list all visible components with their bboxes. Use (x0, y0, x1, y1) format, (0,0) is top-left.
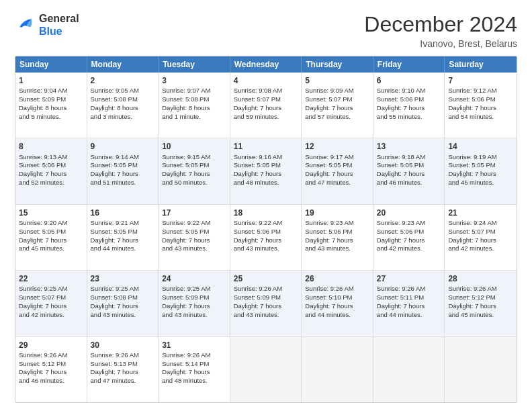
day-number: 3 (162, 75, 226, 86)
day-info-line: Daylight: 7 hours (448, 170, 513, 179)
calendar-week-3: 22Sunrise: 9:25 AMSunset: 5:07 PMDayligh… (15, 270, 517, 336)
day-info-line: Sunrise: 9:08 AM (234, 87, 298, 95)
day-info-line: and 45 minutes. (448, 179, 513, 187)
day-number: 7 (448, 75, 513, 86)
header-day-friday: Friday (373, 56, 445, 73)
calendar-day-27: 27Sunrise: 9:26 AMSunset: 5:11 PMDayligh… (373, 271, 445, 336)
day-info-line: and 1 minute. (162, 113, 226, 122)
day-info-line: Sunrise: 9:09 AM (305, 87, 369, 95)
day-info-line: Daylight: 7 hours (91, 368, 155, 377)
day-info-line: and 52 minutes. (19, 179, 83, 187)
day-info-line: Sunrise: 9:26 AM (234, 285, 298, 293)
day-number: 26 (305, 273, 369, 284)
day-info-line: Sunset: 5:05 PM (234, 161, 298, 170)
calendar-empty-cell (373, 337, 445, 402)
calendar-day-15: 15Sunrise: 9:20 AMSunset: 5:05 PMDayligh… (15, 205, 87, 270)
day-info-line: Sunset: 5:06 PM (377, 228, 441, 236)
calendar-day-29: 29Sunrise: 9:26 AMSunset: 5:12 PMDayligh… (15, 337, 87, 402)
day-info-line: Sunrise: 9:18 AM (377, 153, 441, 162)
day-info-line: Daylight: 7 hours (19, 302, 83, 311)
calendar-header: SundayMondayTuesdayWednesdayThursdayFrid… (15, 56, 517, 73)
day-info-line: Sunset: 5:06 PM (305, 228, 369, 236)
day-info-line: Daylight: 7 hours (19, 368, 83, 377)
header-day-tuesday: Tuesday (159, 56, 230, 73)
day-info-line: Sunrise: 9:10 AM (377, 87, 441, 95)
header-day-thursday: Thursday (302, 56, 373, 73)
day-info-line: Sunset: 5:05 PM (448, 161, 513, 170)
calendar-day-23: 23Sunrise: 9:25 AMSunset: 5:08 PMDayligh… (87, 271, 159, 336)
day-number: 14 (448, 141, 513, 152)
day-info-line: and 46 minutes. (19, 377, 83, 385)
day-info-line: Sunrise: 9:22 AM (234, 219, 298, 228)
calendar-empty-cell (230, 337, 302, 402)
day-number: 27 (377, 273, 441, 284)
day-number: 20 (377, 208, 441, 218)
day-info-line: Sunrise: 9:14 AM (91, 153, 155, 162)
day-info-line: Sunrise: 9:22 AM (162, 219, 226, 228)
day-info-line: Sunset: 5:05 PM (377, 161, 441, 170)
day-number: 19 (305, 208, 369, 218)
day-info-line: and 42 minutes. (377, 244, 441, 253)
day-info-line: and 43 minutes. (91, 311, 155, 320)
day-info-line: Sunset: 5:10 PM (305, 293, 369, 302)
day-info-line: Daylight: 7 hours (162, 368, 226, 377)
day-info-line: Sunrise: 9:26 AM (448, 285, 513, 293)
day-info-line: Daylight: 8 hours (162, 104, 226, 113)
day-number: 31 (162, 340, 226, 351)
day-info-line: and 46 minutes. (377, 179, 441, 187)
calendar-week-0: 1Sunrise: 9:04 AMSunset: 5:09 PMDaylight… (15, 73, 517, 138)
day-info-line: Sunset: 5:07 PM (448, 228, 513, 236)
day-info-line: Sunrise: 9:19 AM (448, 153, 513, 162)
day-number: 24 (162, 273, 226, 284)
day-info-line: Sunset: 5:05 PM (19, 228, 83, 236)
calendar-day-30: 30Sunrise: 9:26 AMSunset: 5:13 PMDayligh… (87, 337, 159, 402)
day-info-line: Daylight: 7 hours (448, 302, 513, 311)
day-info-line: Sunrise: 9:05 AM (91, 87, 155, 95)
day-info-line: Sunrise: 9:12 AM (448, 87, 513, 95)
day-info-line: Daylight: 7 hours (377, 170, 441, 179)
day-info-line: Sunset: 5:09 PM (162, 293, 226, 302)
day-info-line: and 47 minutes. (305, 179, 369, 187)
calendar-day-3: 3Sunrise: 9:07 AMSunset: 5:08 PMDaylight… (159, 73, 230, 138)
day-info-line: and 47 minutes. (91, 377, 155, 385)
day-info-line: Daylight: 7 hours (448, 104, 513, 113)
day-info-line: and 55 minutes. (377, 113, 441, 122)
calendar-body: 1Sunrise: 9:04 AMSunset: 5:09 PMDaylight… (15, 73, 517, 402)
day-info-line: and 5 minutes. (19, 113, 83, 122)
day-number: 22 (19, 273, 83, 284)
day-info-line: Daylight: 7 hours (305, 236, 369, 245)
page: General Blue December 2024 Ivanovo, Bres… (0, 0, 532, 411)
day-info-line: and 44 minutes. (91, 244, 155, 253)
day-info-line: and 43 minutes. (162, 244, 226, 253)
day-info-line: Sunrise: 9:15 AM (162, 153, 226, 162)
day-info-line: Sunrise: 9:16 AM (234, 153, 298, 162)
calendar-day-11: 11Sunrise: 9:16 AMSunset: 5:05 PMDayligh… (230, 138, 302, 203)
day-info-line: Sunrise: 9:26 AM (162, 351, 226, 360)
day-info-line: Sunset: 5:08 PM (91, 95, 155, 104)
month-title: December 2024 (364, 12, 517, 37)
day-number: 2 (91, 75, 155, 86)
day-info-line: Sunset: 5:06 PM (377, 95, 441, 104)
day-info-line: and 43 minutes. (234, 244, 298, 253)
day-info-line: Sunrise: 9:23 AM (377, 219, 441, 228)
calendar-day-24: 24Sunrise: 9:25 AMSunset: 5:09 PMDayligh… (159, 271, 230, 336)
calendar-week-2: 15Sunrise: 9:20 AMSunset: 5:05 PMDayligh… (15, 204, 517, 270)
calendar: SundayMondayTuesdayWednesdayThursdayFrid… (15, 56, 517, 403)
header-day-saturday: Saturday (445, 56, 517, 73)
logo-text: General Blue (39, 12, 79, 38)
day-info-line: Sunset: 5:08 PM (162, 95, 226, 104)
day-info-line: Sunset: 5:08 PM (91, 293, 155, 302)
day-info-line: and 51 minutes. (91, 179, 155, 187)
day-number: 5 (305, 75, 369, 86)
day-info-line: and 44 minutes. (377, 311, 441, 320)
day-info-line: Sunrise: 9:17 AM (305, 153, 369, 162)
day-info-line: Sunrise: 9:04 AM (19, 87, 83, 95)
calendar-day-5: 5Sunrise: 9:09 AMSunset: 5:07 PMDaylight… (302, 73, 373, 138)
day-info-line: Daylight: 8 hours (19, 104, 83, 113)
day-info-line: Sunrise: 9:26 AM (377, 285, 441, 293)
day-info-line: Sunset: 5:07 PM (305, 95, 369, 104)
calendar-day-26: 26Sunrise: 9:26 AMSunset: 5:10 PMDayligh… (302, 271, 373, 336)
calendar-day-18: 18Sunrise: 9:22 AMSunset: 5:06 PMDayligh… (230, 205, 302, 270)
calendar-day-12: 12Sunrise: 9:17 AMSunset: 5:05 PMDayligh… (302, 138, 373, 203)
calendar-day-13: 13Sunrise: 9:18 AMSunset: 5:05 PMDayligh… (373, 138, 445, 203)
